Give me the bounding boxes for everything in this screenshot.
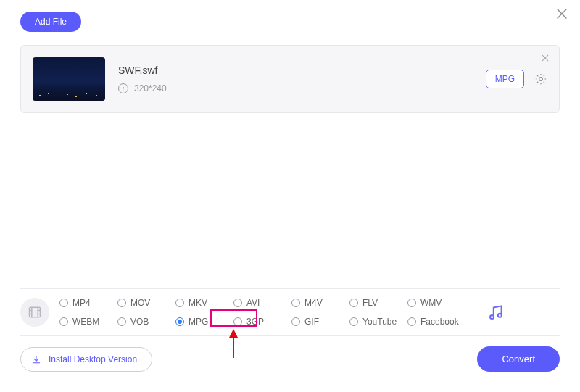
format-option-mov[interactable]: MOV (117, 295, 175, 311)
radio-icon (349, 299, 358, 307)
install-desktop-button[interactable]: Install Desktop Version (20, 347, 152, 372)
radio-icon (291, 317, 300, 326)
format-label: MPG (188, 317, 208, 327)
gear-icon[interactable] (534, 72, 547, 86)
format-label: WMV (420, 298, 442, 308)
file-resolution: 320*240 (134, 83, 167, 93)
format-label: 3GP (246, 317, 264, 327)
output-format-pill[interactable]: MPG (486, 70, 524, 88)
radio-icon (59, 299, 68, 307)
format-option-youtube[interactable]: YouTube (349, 314, 407, 330)
file-thumbnail[interactable] (33, 57, 105, 101)
svg-point-12 (490, 315, 494, 319)
format-label: FLV (362, 298, 378, 308)
radio-icon (407, 299, 416, 307)
radio-icon (175, 317, 184, 326)
file-name: SWF.swf (118, 64, 167, 76)
format-option-mp4[interactable]: MP4 (59, 295, 117, 311)
format-option-vob[interactable]: VOB (117, 314, 175, 330)
info-icon[interactable]: i (118, 83, 128, 93)
radio-icon (291, 299, 300, 307)
format-option-gif[interactable]: GIF (291, 314, 349, 330)
format-option-flv[interactable]: FLV (349, 295, 407, 311)
format-label: MKV (188, 298, 207, 308)
format-option-wmv[interactable]: WMV (407, 295, 465, 311)
music-icon[interactable] (486, 303, 505, 322)
format-label: AVI (246, 298, 260, 308)
format-option-3gp[interactable]: 3GP (233, 314, 291, 330)
convert-button[interactable]: Convert (477, 346, 560, 372)
video-format-icon[interactable] (20, 298, 49, 327)
format-label: YouTube (362, 317, 397, 327)
radio-icon (117, 299, 126, 307)
radio-icon (407, 317, 416, 326)
remove-file-icon[interactable] (540, 53, 550, 63)
install-desktop-label: Install Desktop Version (49, 354, 137, 364)
svg-point-4 (539, 78, 543, 81)
format-label: MOV (130, 298, 150, 308)
svg-rect-5 (30, 307, 41, 317)
radio-icon (175, 299, 184, 307)
format-option-mpg[interactable]: MPG (175, 314, 233, 330)
format-label: WEBM (72, 317, 99, 327)
close-icon[interactable] (554, 6, 570, 22)
format-option-mkv[interactable]: MKV (175, 295, 233, 311)
format-label: M4V (304, 298, 323, 308)
radio-icon (349, 317, 358, 326)
format-label: MP4 (72, 298, 91, 308)
radio-icon (233, 299, 242, 307)
format-option-avi[interactable]: AVI (233, 295, 291, 311)
format-bar: MP4MOVMKVAVIM4VFLVWMVWEBMVOBMPG3GPGIFYou… (20, 288, 560, 336)
svg-point-13 (498, 314, 502, 317)
format-label: VOB (130, 317, 149, 327)
format-label: GIF (304, 317, 319, 327)
footer: Install Desktop Version Convert (20, 346, 560, 372)
radio-icon (59, 317, 68, 326)
radio-icon (233, 317, 242, 326)
format-option-facebook[interactable]: Facebook (407, 314, 465, 330)
add-file-button[interactable]: Add File (20, 12, 81, 32)
format-option-webm[interactable]: WEBM (59, 314, 117, 330)
file-card: SWF.swf i 320*240 MPG (20, 45, 560, 113)
format-option-m4v[interactable]: M4V (291, 295, 349, 311)
divider (473, 298, 473, 327)
format-label: Facebook (420, 317, 459, 327)
radio-icon (117, 317, 126, 326)
